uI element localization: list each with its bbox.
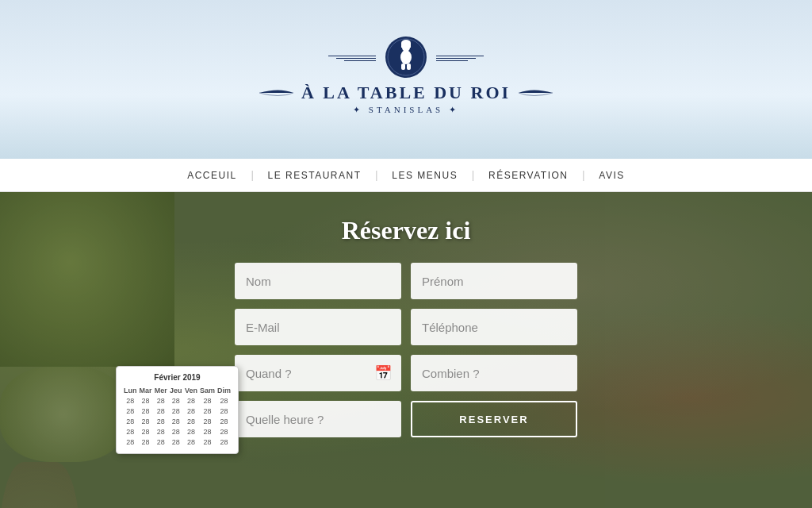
cal-cell[interactable]: 28	[169, 406, 183, 416]
cal-cell[interactable]: 28	[123, 396, 138, 406]
logo-emblem	[328, 35, 484, 83]
cal-cell[interactable]: 28	[199, 437, 216, 447]
logo-right-lines	[436, 56, 484, 61]
nav-reservation[interactable]: RÉSERVATION	[474, 170, 583, 181]
nav-menus[interactable]: LES MENUS	[377, 170, 472, 181]
cal-cell[interactable]: 28	[216, 417, 232, 426]
logo-title: À LA TABLE DU ROI	[301, 83, 511, 103]
email-input[interactable]	[235, 309, 401, 345]
logo-shield-icon	[382, 35, 430, 83]
form-title: Réservez ici	[342, 216, 471, 245]
navigation: ACCEUIL | LE RESTAURANT | LES MENUS | RÉ…	[0, 159, 812, 192]
logo-container: À LA TABLE DU ROI ✦ STANISLAS ✦	[255, 35, 557, 115]
reserver-button[interactable]: RESERVER	[411, 401, 577, 437]
cal-day-dim: Dim	[216, 386, 232, 395]
cal-cell[interactable]: 28	[154, 427, 168, 437]
logo-left-wing-icon	[255, 86, 295, 100]
form-fields-grid: Février 2019 Lun Mar Mer Jeu Ven Sam Dim…	[235, 263, 577, 437]
cal-cell[interactable]: 28	[139, 427, 153, 437]
cal-cell[interactable]: 28	[184, 417, 198, 426]
cal-cell[interactable]: 28	[199, 396, 216, 406]
cal-day-lun: Lun	[123, 386, 138, 395]
calendar-grid: Lun Mar Mer Jeu Ven Sam Dim 28 28 28 28 …	[123, 386, 232, 447]
cal-cell[interactable]: 28	[139, 417, 153, 426]
nav-avis[interactable]: AVIS	[584, 170, 638, 181]
calendar-title: Février 2019	[123, 373, 232, 382]
logo-left-lines	[328, 56, 376, 61]
logo-subtitle: ✦ STANISLAS ✦	[353, 105, 459, 115]
cal-cell[interactable]: 28	[199, 427, 216, 437]
cal-cell[interactable]: 28	[154, 437, 168, 447]
cal-cell[interactable]: 28	[154, 396, 168, 406]
cal-cell[interactable]: 28	[184, 427, 198, 437]
cal-day-mar: Mar	[139, 386, 153, 395]
cal-cell[interactable]: 28	[199, 417, 216, 426]
quand-field-wrapper: 📅	[235, 355, 401, 391]
cal-cell[interactable]: 28	[123, 427, 138, 437]
cal-cell[interactable]: 28	[154, 406, 168, 416]
cal-cell[interactable]: 28	[139, 396, 153, 406]
heure-input[interactable]	[235, 401, 401, 437]
cal-day-jeu: Jeu	[169, 386, 183, 395]
cal-cell[interactable]: 28	[216, 406, 232, 416]
cal-cell[interactable]: 28	[123, 437, 138, 447]
cal-cell[interactable]: 28	[139, 437, 153, 447]
cal-day-ven: Ven	[184, 386, 198, 395]
cal-cell[interactable]: 28	[154, 417, 168, 426]
cal-cell[interactable]: 28	[184, 406, 198, 416]
cal-cell[interactable]: 28	[169, 396, 183, 406]
header: À LA TABLE DU ROI ✦ STANISLAS ✦	[0, 0, 812, 159]
cal-cell[interactable]: 28	[169, 417, 183, 426]
telephone-input[interactable]	[411, 309, 577, 345]
main-content: Réservez ici Février 2019 Lun Mar Mer Je…	[0, 192, 812, 508]
nav-acceuil[interactable]: ACCEUIL	[173, 170, 251, 181]
prenom-input[interactable]	[411, 263, 577, 299]
cal-cell[interactable]: 28	[216, 396, 232, 406]
cal-cell[interactable]: 28	[169, 427, 183, 437]
cal-day-sam: Sam	[199, 386, 216, 395]
logo-right-wing-icon	[517, 86, 557, 100]
cal-cell[interactable]: 28	[123, 406, 138, 416]
svg-rect-7	[401, 43, 411, 48]
calendar-popup[interactable]: Février 2019 Lun Mar Mer Jeu Ven Sam Dim…	[116, 366, 239, 454]
cal-cell[interactable]: 28	[123, 417, 138, 426]
nav-restaurant[interactable]: LE RESTAURANT	[254, 170, 376, 181]
svg-rect-5	[407, 64, 411, 70]
svg-point-3	[400, 50, 412, 64]
cal-cell[interactable]: 28	[184, 437, 198, 447]
nom-input[interactable]	[235, 263, 401, 299]
cal-cell[interactable]: 28	[216, 427, 232, 437]
svg-rect-4	[401, 64, 405, 70]
cal-cell[interactable]: 28	[139, 406, 153, 416]
reservation-form: Réservez ici Février 2019 Lun Mar Mer Je…	[0, 192, 812, 437]
cal-cell[interactable]: 28	[199, 406, 216, 416]
cal-day-mer: Mer	[154, 386, 168, 395]
cal-cell[interactable]: 28	[216, 437, 232, 447]
combien-input[interactable]	[411, 355, 577, 391]
logo-title-line: À LA TABLE DU ROI	[255, 83, 557, 103]
cal-cell[interactable]: 28	[184, 396, 198, 406]
quand-input[interactable]	[235, 355, 401, 391]
cal-cell[interactable]: 28	[169, 437, 183, 447]
